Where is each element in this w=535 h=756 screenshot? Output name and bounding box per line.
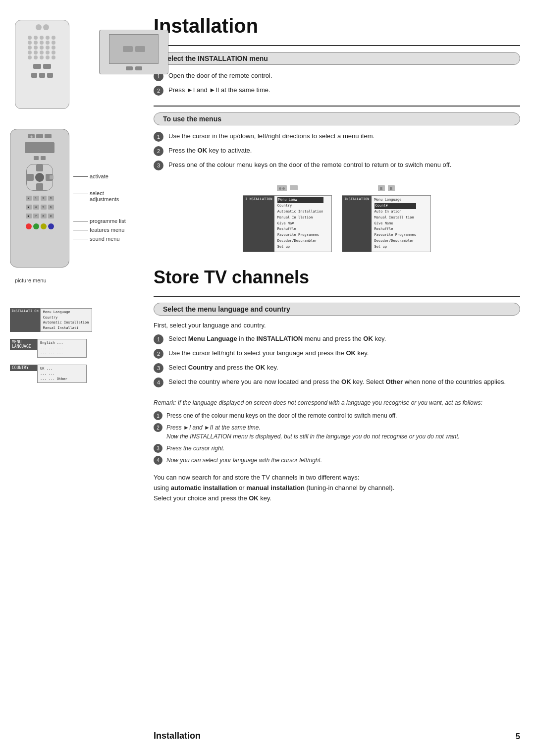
page-container: ① [0, 0, 535, 756]
menu-step-text-2: Press the OK key to activate. [168, 146, 252, 156]
menu-step-text-1: Use the cursor in the up/down, left/righ… [168, 131, 374, 141]
menu-shot-left-screen: I NSTALLATION Menu Lan▲ Country Automati… [243, 195, 332, 252]
tv-device-image [99, 30, 168, 74]
installation-steps: 1 Open the door of the remote control. 2… [154, 71, 520, 96]
sidebar-menu-content-3: UK ...... ...... ... Other [37, 365, 87, 383]
sub-step-num-4: 4 [154, 456, 162, 465]
sidebar-menu-screen-2: MENULANGUAGE English ...... ... ...... .… [10, 339, 92, 358]
lang-step-3: 3 Select Country and press the OK key. [154, 363, 520, 373]
right-content: Installation Select the INSTALLATION men… [144, 0, 535, 756]
menu-shot-right-screen: INSTALLATION Menu Language Count▼ Auto I… [342, 195, 431, 252]
picture-menu-label: picture menu [15, 277, 47, 283]
features-menu-label: features menu [90, 227, 124, 233]
lang-step-4: 4 Select the country where you are now l… [154, 377, 520, 387]
sidebar-menu-content-2: English ...... ... ...... ... ... [37, 339, 87, 358]
menu-step-2: 2 Press the OK key to activate. [154, 146, 520, 156]
sub-step-text-2: Press ►I and ►II at the same time.Now th… [166, 423, 460, 441]
installation-step-2: 2 Press ►I and ►II at the same time. [154, 85, 520, 96]
menu-shot-right-list: Menu Language Count▼ Auto In ation Manua… [372, 196, 419, 252]
section-box-language: Select the menu language and country [154, 303, 520, 316]
sidebar-menu-tab-2: MENULANGUAGE [10, 339, 37, 350]
menu-steps: 1 Use the cursor in the up/down, left/ri… [154, 131, 520, 170]
lang-step-text-4: Select the country where you are now loc… [168, 377, 506, 387]
menu-shot-right-tab: INSTALLATION [342, 196, 372, 252]
sub-step-text-1: Press one of the colour menu keys on the… [166, 411, 397, 420]
sub-step-num-3: 3 [154, 444, 162, 453]
menu-step-text-3: Press one of the colour menu keys on the… [168, 160, 451, 170]
sub-steps-list: 1 Press one of the colour menu keys on t… [154, 411, 520, 465]
remote-full-image: ① [10, 129, 69, 268]
sub-step-4: 4 Now you can select your language with … [154, 456, 520, 465]
lang-step-num-1: 1 [154, 334, 163, 344]
sidebar-menu-screen-1: INSTALLATI ON Menu LanguageCountryAutoma… [10, 308, 92, 332]
sub-step-num-2: 2 [154, 423, 162, 432]
menu-shot-left-list: Menu Lan▲ Country Automatic Installation… [274, 196, 326, 252]
lang-step-text-3: Select Country and press the OK key. [168, 363, 278, 373]
section2-title: Store TV channels [154, 267, 520, 288]
page-title: Installation [154, 15, 520, 37]
menu-shot-left-tab: I NSTALLATION [243, 196, 274, 252]
sidebar-menu-screens: INSTALLATI ON Menu LanguageCountryAutoma… [10, 308, 92, 383]
menu-step-1: 1 Use the cursor in the up/down, left/ri… [154, 131, 520, 142]
menu-shot-left-group: I NSTALLATION Menu Lan▲ Country Automati… [243, 185, 332, 252]
activate-label: activate [90, 173, 108, 179]
lang-step-num-3: 3 [154, 363, 163, 373]
sidebar-menu-content-1: Menu LanguageCountryAutomatic Installati… [40, 308, 92, 332]
lang-step-2: 2 Use the cursor left/right to select yo… [154, 348, 520, 359]
sub-step-text-3: Press the cursor right. [166, 444, 224, 453]
footer-section-label: Installation [154, 731, 201, 741]
step-num-2: 2 [154, 86, 163, 96]
sub-step-1: 1 Press one of the colour menu keys on t… [154, 411, 520, 420]
remark-text: Remark: If the language displayed on scr… [154, 398, 520, 407]
section-box-installation: Select the INSTALLATION menu [154, 52, 520, 65]
select-adjustments-label: selectadjustments [90, 190, 119, 202]
closing-text: You can now search for and store the TV … [154, 473, 520, 503]
lang-step-text-2: Use the cursor left/right to select your… [168, 348, 369, 358]
menu-screenshots-row: I NSTALLATION Menu Lan▲ Country Automati… [154, 185, 520, 252]
menu-step-num-3: 3 [154, 161, 163, 170]
menu-step-3: 3 Press one of the colour menu keys on t… [154, 160, 520, 170]
step-text-2: Press ►I and ►II at the same time. [168, 85, 270, 95]
page-footer: Installation 5 [154, 721, 520, 741]
sound-menu-label: sound menu [90, 236, 120, 242]
step-text-1: Open the door of the remote control. [168, 71, 272, 81]
lang-step-1: 1 Select Menu Language in the INSTALLATI… [154, 334, 520, 344]
section3-intro: First, select your language and country. [154, 322, 520, 329]
section-box-menus: To use the menus [154, 112, 520, 125]
sidebar-menu-tab-1: INSTALLATI ON [10, 308, 40, 332]
lang-step-num-2: 2 [154, 349, 163, 359]
installation-step-1: 1 Open the door of the remote control. [154, 71, 520, 81]
sub-step-text-4: Now you can select your language with th… [166, 456, 322, 465]
lang-step-num-4: 4 [154, 378, 163, 387]
remote-full-section: ① [10, 129, 126, 268]
sub-step-3: 3 Press the cursor right. [154, 444, 520, 453]
footer-page-num: 5 [516, 732, 520, 741]
programme-list-label: programme list [90, 218, 126, 224]
menu-step-num-1: 1 [154, 132, 163, 142]
menu-step-num-2: 2 [154, 146, 163, 156]
language-steps: 1 Select Menu Language in the INSTALLATI… [154, 334, 520, 387]
lang-step-text-1: Select Menu Language in the INSTALLATION… [168, 334, 386, 344]
left-sidebar: ① [0, 0, 144, 756]
sidebar-menu-tab-3: COUNTRY [10, 365, 37, 371]
sub-step-2: 2 Press ►I and ►II at the same time.Now … [154, 423, 520, 441]
remote-top-image [15, 20, 69, 109]
sub-step-num-1: 1 [154, 411, 162, 420]
remote-labels: activate selectadjustments programme lis… [69, 129, 126, 268]
menu-shot-right-group: B B INSTALLATION Menu Language Count▼ Au… [342, 185, 431, 252]
sidebar-menu-screen-3: COUNTRY UK ...... ...... ... Other [10, 365, 92, 383]
